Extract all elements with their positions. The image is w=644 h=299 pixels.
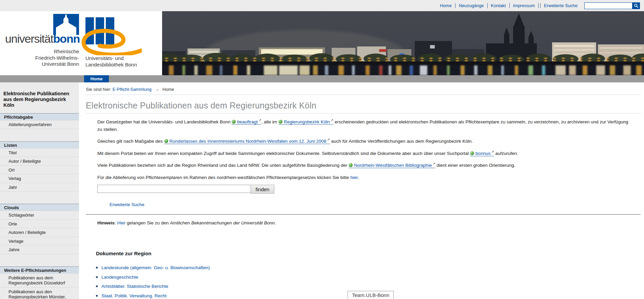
paragraph-4: Viele Publikationen beziehen sich auf di… — [97, 162, 634, 169]
uni-bonn-wordmark: universitätbonn — [5, 33, 80, 44]
link-beauftragt[interactable]: beauftragt↗ — [232, 119, 261, 125]
square-bullet-icon — [96, 295, 98, 297]
link-regierungsbezirk-koeln[interactable]: Regierungsbezirk Köln↗ — [278, 119, 333, 125]
horizontal-rule — [86, 214, 641, 215]
team-ulb-bonn-box[interactable]: Team.ULB-Bonn — [348, 291, 394, 299]
region-heading: Dokumente zur Region — [96, 251, 641, 256]
finden-button[interactable]: finden — [251, 185, 274, 194]
link-amtsblaetter[interactable]: Amtsblätter. Statistische Berichte — [101, 284, 168, 289]
square-bullet-icon — [96, 267, 98, 268]
erweiterte-suche-link[interactable]: Erweiterte Suche — [110, 201, 144, 208]
breadcrumb-arrow: → — [155, 87, 159, 92]
sidebar-item-publikationen-muenster[interactable]: Publikationen aus den Regierungsbezirken… — [0, 287, 79, 299]
search-input[interactable] — [97, 185, 251, 193]
sidebar-header-pflichtabgabe: Pflichtabgabe — [0, 113, 79, 120]
topnav-neuzugaenge[interactable]: Neuzugänge — [459, 3, 484, 8]
top-navigation: Home Neuzugänge Kontakt Impressum Erweit… — [436, 0, 640, 11]
university-building-icon — [53, 14, 79, 35]
list-item: Landesgeschichte — [96, 273, 641, 282]
square-bullet-icon — [96, 285, 98, 287]
hinweis-paragraph: Hinweis: Hier gelangen Sie zu den Amtlic… — [97, 219, 634, 227]
hinweis-wrap: Hinweis: Hier gelangen Sie zu den Amtlic… — [86, 219, 641, 227]
list-item: Landeskunde (allgemein. Geo- u. Biowisse… — [96, 263, 641, 273]
breadcrumb-prefix: Sie sind hier: — [86, 87, 111, 92]
paragraph-1: Der Gesetzgeber hat die Universitäts- un… — [97, 118, 634, 133]
sidebar-item-ort[interactable]: Ort — [0, 166, 79, 175]
nav-separator — [509, 3, 510, 8]
library-name: Universitäts- und Landesbibliothek Bonn — [85, 55, 137, 68]
sidebar-item-schlagwoerter[interactable]: Schlagwörter — [0, 211, 79, 220]
sidebar-item-ablieferungsverfahren[interactable]: Ablieferungsverfahren — [0, 120, 79, 129]
nav-separator — [538, 3, 539, 8]
sidebar-item-publikationen-duesseldorf[interactable]: Publikationen aus dem Regierungsbezirk D… — [0, 274, 79, 287]
square-bullet-icon — [96, 276, 98, 278]
topnav-kontakt[interactable]: Kontakt — [491, 3, 506, 8]
sidebar-item-autor-beteiligte[interactable]: Autor / Beteiligte — [0, 157, 79, 166]
university-name: Rheinische Friedrich-Wilhelms- Universit… — [0, 48, 79, 67]
nav-separator — [540, 3, 541, 8]
search-form: finden — [97, 185, 634, 194]
topnav-erweiterte-suche[interactable]: Erweiterte Suche — [544, 3, 578, 8]
wordmark-universitaet: universität — [5, 32, 53, 45]
topnav-home[interactable]: Home — [440, 3, 452, 8]
paragraph-2: Gleiches gilt nach Maßgabe des Runderlas… — [97, 138, 634, 145]
nav-separator — [455, 3, 455, 8]
intro-paragraphs: Der Gesetzgeber hat die Universitäts- un… — [86, 118, 641, 208]
sidebar-section-clouds: Clouds Schlagwörter Orte Autoren / Betei… — [0, 204, 79, 254]
link-staat-politik[interactable]: Staat. Politik. Verwaltung. Recht — [101, 293, 167, 298]
globe-icon — [164, 139, 168, 143]
dotted-divider — [86, 95, 641, 95]
tab-bar: Home — [0, 75, 644, 82]
link-bonnus[interactable]: bonnus↗ — [470, 151, 494, 156]
top-bar: Home Neuzugänge Kontakt Impressum Erweit… — [0, 0, 644, 11]
sidebar-section-pflichtabgabe: Pflichtabgabe Ablieferungsverfahren — [0, 113, 79, 129]
top-search — [584, 2, 640, 9]
link-nrw-bibliographie[interactable]: Nordrhein-Westfälischen Bibliographie↗ — [349, 163, 435, 168]
sidebar-item-titel[interactable]: Titel — [0, 148, 79, 157]
list-item: Amtsblätter. Statistische Berichte — [96, 282, 641, 291]
link-hier-bekanntmachungen[interactable]: Hier — [117, 220, 126, 225]
sidebar-title: Elektronische Publikationen aus dem Regi… — [3, 91, 76, 108]
sidebar-item-verlage[interactable]: Verlage — [0, 237, 79, 246]
globe-icon — [470, 151, 474, 155]
link-landesgeschichte[interactable]: Landesgeschichte — [101, 275, 138, 280]
breadcrumb: Sie sind hier: E-Pflicht-Sammlung → Home — [86, 87, 641, 92]
sidebar-header-clouds: Clouds — [0, 204, 79, 211]
sidebar: Elektronische Publikationen aus dem Regi… — [0, 82, 79, 299]
sidebar-item-autoren-beteiligte[interactable]: Autoren / Beteiligte — [0, 228, 79, 237]
globe-icon — [349, 163, 353, 167]
sidebar-item-verlag[interactable]: Verlag — [0, 174, 79, 183]
sidebar-item-jahre[interactable]: Jahre — [0, 245, 79, 254]
link-hier-ablieferung[interactable]: hier — [350, 175, 358, 180]
sidebar-header-weitere-e-pflichtsammlungen: Weitere E-Pflichtsammlungen — [0, 266, 79, 274]
nav-separator — [487, 3, 488, 8]
magnifier-icon — [634, 3, 639, 8]
top-search-input[interactable] — [584, 2, 632, 9]
link-landeskunde[interactable]: Landeskunde (allgemein. Geo- u. Biowisse… — [101, 265, 210, 270]
topnav-impressum[interactable]: Impressum — [513, 3, 535, 8]
main-content: Sie sind hier: E-Pflicht-Sammlung → Home… — [86, 82, 641, 299]
page-header: universitätbonn Rheinische Friedrich-Wil… — [0, 11, 644, 75]
wordmark-bonn: bonn — [53, 32, 80, 45]
bonn-skyline-banner — [162, 11, 644, 75]
sidebar-item-orte[interactable]: Orte — [0, 220, 79, 228]
globe-icon — [232, 120, 236, 124]
link-runderlass[interactable]: Runderlasses des Innenministeriums Nordr… — [164, 139, 330, 144]
paragraph-5: Für die Ablieferung von Pflichtexemplare… — [97, 174, 634, 181]
paragraph-3: Mit diesem Portal bieten wir Ihnen einen… — [97, 150, 634, 157]
ulb-e-swoosh-icon — [81, 29, 142, 55]
sidebar-section-listen: Listen Titel Autor / Beteiligte Ort Verl… — [0, 141, 79, 192]
uni-bonn-logo — [53, 14, 79, 35]
sidebar-header-listen: Listen — [0, 141, 79, 148]
page-title: Elektronische Publikationen aus dem Regi… — [86, 101, 641, 111]
dotted-divider — [86, 113, 641, 114]
top-search-button[interactable] — [632, 2, 640, 9]
breadcrumb-current: Home — [162, 87, 174, 92]
sidebar-item-jahr[interactable]: Jahr — [0, 183, 79, 192]
sidebar-section-weitere: Weitere E-Pflichtsammlungen Publikatione… — [0, 266, 79, 299]
tab-home[interactable]: Home — [84, 75, 109, 82]
globe-icon — [278, 120, 282, 124]
breadcrumb-link-epflicht[interactable]: E-Pflicht-Sammlung — [113, 87, 152, 92]
